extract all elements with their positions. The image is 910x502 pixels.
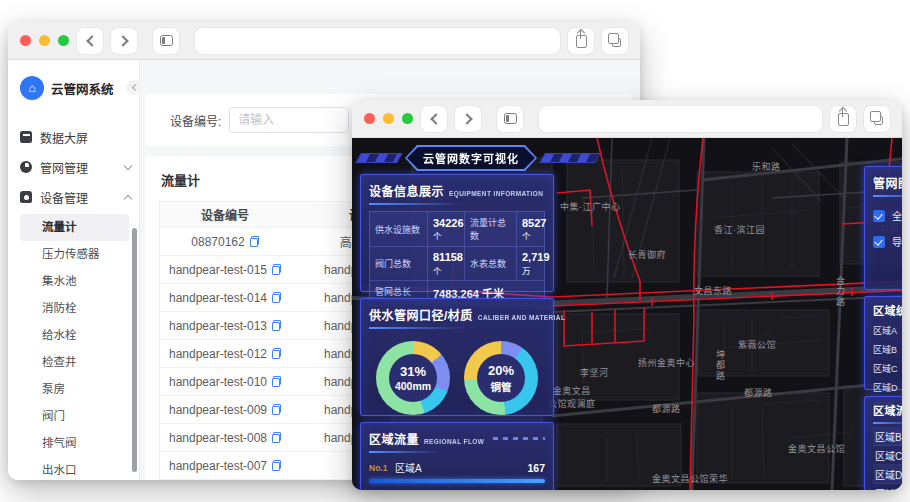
stat-value: 34226 [433, 217, 459, 230]
maximize-button[interactable] [402, 113, 413, 124]
sidebar: ⌂ 云管网系统 数据大屏 管网管理 设备管理 [8, 60, 140, 480]
region-name: 区域D [875, 467, 902, 482]
sidebar-scrollbar[interactable] [132, 228, 137, 472]
region-speed-row[interactable]: 区域C [873, 446, 902, 465]
submenu-item-valve[interactable]: 阀门 [20, 403, 129, 430]
menu-item-device-mgmt[interactable]: 设备管理 [20, 182, 131, 212]
map-label-street: 合力路 [834, 276, 847, 308]
copy-id-icon[interactable] [272, 320, 281, 331]
sidebar-menu: 数据大屏 管网管理 设备管理 [8, 112, 139, 212]
menu-item-pipe-mgmt[interactable]: 管网管理 [20, 152, 131, 182]
copy-tabs-button[interactable] [602, 28, 628, 54]
copy-id-icon[interactable] [272, 348, 281, 359]
sidebar-toggle-icon [504, 113, 517, 124]
menu-item-data-screen[interactable]: 数据大屏 [20, 122, 131, 152]
title-underline [369, 203, 465, 205]
region-speed-row[interactable]: 区域E [873, 484, 902, 490]
share-button[interactable] [568, 28, 594, 54]
map-label-place: 金奥文昌公馆 [788, 442, 845, 455]
submenu-item-flowmeter[interactable]: 流量计 [20, 214, 129, 241]
donut-percent: 20% [488, 363, 514, 378]
tab-overview-button[interactable] [497, 106, 523, 132]
device-id: handpear-test-013 [169, 319, 267, 333]
map-label-street: 都源路 [652, 402, 681, 415]
sidebar-collapse-button[interactable] [126, 80, 141, 95]
submenu-item-collecting-pool[interactable]: 集水池 [20, 268, 129, 295]
minimize-button[interactable] [39, 35, 50, 46]
map-label-river: 李坚河 [580, 366, 609, 379]
panel-title: 设备信息展示 [369, 182, 444, 199]
forward-button[interactable] [455, 106, 481, 132]
back-icon [430, 113, 441, 124]
layer-checkbox-row[interactable]: 全选 [873, 208, 902, 223]
device-id: handpear-test-012 [169, 347, 267, 361]
flow-rank-row: No.1 区域A 167 [369, 460, 545, 475]
legend-item[interactable]: 区域C [873, 362, 902, 375]
panel-region-stats: 区域统计 区域A 区域B 区域C 区域D 区域E 0 [864, 296, 902, 390]
checkbox-label: 导入 [892, 234, 902, 249]
panel-title: 区域流量 [369, 430, 419, 447]
map-label-street: 乐和路 [752, 160, 781, 173]
close-button[interactable] [364, 113, 375, 124]
region-speed-row[interactable]: 区域D [873, 465, 902, 484]
address-bar[interactable] [195, 28, 560, 54]
map-label-street: 都源路 [744, 386, 773, 399]
title-underline [873, 195, 902, 197]
legend-item[interactable]: 区域D [873, 381, 902, 394]
map-label-street: 文昌东路 [694, 284, 732, 297]
copy-id-icon[interactable] [272, 376, 281, 387]
checkbox-checked-icon[interactable] [873, 236, 885, 248]
submenu-item-exhaust-valve[interactable]: 排气阀 [20, 430, 129, 457]
submenu-item-pressure-sensor[interactable]: 压力传感器 [20, 241, 129, 268]
copy-id-icon[interactable] [272, 292, 281, 303]
copy-id-icon[interactable] [250, 236, 259, 247]
back-button[interactable] [77, 28, 103, 54]
maximize-button[interactable] [58, 35, 69, 46]
flow-progress-bar [369, 479, 545, 483]
minimize-button[interactable] [383, 113, 394, 124]
submenu-item-inspection-well[interactable]: 检查井 [20, 349, 129, 376]
submenu-item-fire-hydrant[interactable]: 消防栓 [20, 295, 129, 322]
legend-item[interactable]: 区域B [873, 343, 902, 356]
stat-value: 2,719 [522, 251, 550, 264]
copy-id-icon[interactable] [272, 264, 281, 275]
copy-id-icon[interactable] [272, 404, 281, 415]
legend-label: 区域A [873, 324, 901, 337]
copy-id-icon[interactable] [272, 460, 281, 471]
close-button[interactable] [20, 35, 31, 46]
address-bar[interactable] [539, 106, 822, 132]
panel-subtitle: EQUIPMENT INFORMATION [449, 190, 543, 197]
donut-label: 400mm [395, 380, 431, 392]
donut-percent: 31% [400, 364, 426, 379]
title-underline [369, 451, 439, 453]
forward-button[interactable] [111, 28, 137, 54]
submenu-item-outlet[interactable]: 出水口 [20, 457, 129, 480]
device-mgmt-icon [20, 191, 32, 203]
stat-unit: 个 [433, 229, 459, 241]
back-button[interactable] [421, 106, 447, 132]
device-id: handpear-test-015 [169, 263, 267, 277]
tab-overview-button[interactable] [153, 28, 179, 54]
menu-label: 管网管理 [40, 159, 88, 176]
device-no-input[interactable] [229, 107, 349, 133]
region-speed-row[interactable]: 区域B [873, 427, 902, 446]
map-label-place: 香江·滨江园 [714, 223, 765, 236]
panel-subtitle: CALIBER AND MATERIAL [478, 314, 565, 321]
stat-unit: 个 [433, 264, 459, 276]
layer-checkbox-row[interactable]: 导入 [873, 234, 902, 249]
panel-equipment-info: 设备信息展示 EQUIPMENT INFORMATION 供水设施数 34226… [360, 174, 554, 292]
submenu-item-pump-house[interactable]: 泵房 [20, 376, 129, 403]
stat-label: 流量计总数 [470, 216, 511, 242]
copy-id-icon[interactable] [272, 432, 281, 443]
submenu-item-water-hydrant[interactable]: 给水栓 [20, 322, 129, 349]
menu-label: 设备管理 [40, 189, 88, 206]
copy-tabs-button[interactable] [864, 106, 890, 132]
region-name: 区域C [875, 448, 902, 463]
legend-item[interactable]: 区域A [873, 324, 902, 337]
sidebar-submenu: 流量计 压力传感器 集水池 消防栓 给水栓 检查井 泵房 阀门 排气阀 出水口 … [8, 212, 139, 480]
checkbox-checked-icon[interactable] [873, 210, 885, 222]
panel-title: 管网图层 [873, 174, 902, 191]
share-button[interactable] [830, 106, 856, 132]
pipe-mgmt-icon [20, 161, 32, 173]
rank-badge: No.1 [369, 463, 395, 473]
